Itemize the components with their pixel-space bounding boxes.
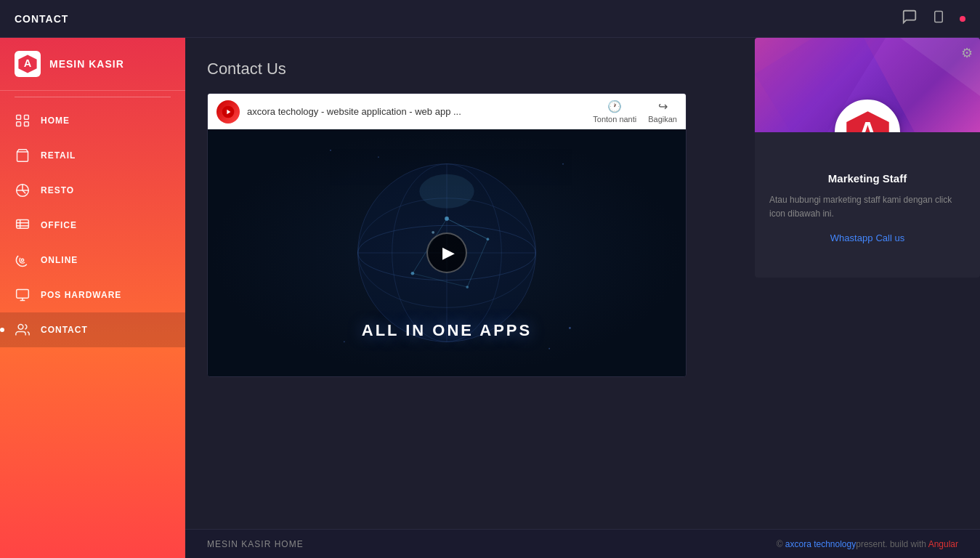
sidebar-item-label: RESTO <box>41 185 74 195</box>
card-header-bg: ⚙ A <box>755 38 980 132</box>
svg-text:A: A <box>858 117 877 132</box>
content-area: Contact Us axcora techology - <box>185 38 755 529</box>
svg-point-23 <box>562 163 564 165</box>
footer-middle: present. build with <box>856 539 928 549</box>
sidebar-item-retail[interactable]: RETAIL <box>0 138 185 173</box>
sidebar-item-home[interactable]: HOME <box>0 103 185 138</box>
sidebar-item-label: RETAIL <box>41 150 76 161</box>
avatar-container: A <box>835 100 900 132</box>
footer-right: © axcora technologypresent. build with A… <box>777 539 958 549</box>
svg-rect-4 <box>17 116 21 120</box>
page-title: Contact Us <box>207 60 733 78</box>
marketing-card: ⚙ A Marketing <box>755 38 980 278</box>
sidebar-item-label: CONTACT <box>41 325 88 335</box>
tablet-icon[interactable] <box>932 9 945 28</box>
play-button[interactable]: ▶ <box>426 232 467 273</box>
pos-icon <box>15 287 31 303</box>
staff-description: Atau hubungi marketing staff kami dengan… <box>769 193 965 221</box>
svg-point-19 <box>18 325 23 330</box>
sidebar-item-label: HOME <box>41 116 70 126</box>
sidebar-item-contact[interactable]: CONTACT <box>0 312 185 347</box>
play-icon: ▶ <box>442 243 455 262</box>
sidebar: A MESIN KASIR HOME <box>0 38 185 558</box>
staff-name: Marketing Staff <box>769 172 965 185</box>
card-body: Marketing Staff Atau hubungi marketing s… <box>755 132 980 258</box>
sidebar-divider <box>15 97 171 97</box>
brand-logo: A <box>15 51 41 77</box>
video-body: ALL IN ONE APPS ▶ <box>208 129 686 376</box>
svg-rect-11 <box>17 220 29 229</box>
right-panel: ⚙ A Marketing <box>755 38 980 529</box>
sidebar-item-office[interactable]: OFFICE <box>0 208 185 243</box>
share-label: Bagikan <box>648 115 677 124</box>
main-layout: A MESIN KASIR HOME <box>0 38 980 558</box>
svg-point-44 <box>419 174 474 209</box>
retail-icon <box>15 147 31 163</box>
svg-rect-7 <box>25 122 29 126</box>
svg-point-37 <box>411 272 415 275</box>
callus-link[interactable]: Call us <box>875 232 904 243</box>
sidebar-brand: A MESIN KASIR <box>0 38 185 91</box>
svg-point-24 <box>344 341 345 342</box>
footer-company[interactable]: axcora technology <box>785 539 856 549</box>
svg-point-39 <box>432 231 434 234</box>
home-icon <box>15 113 31 129</box>
footer-copyright: © <box>777 539 785 549</box>
settings-icon[interactable]: ⚙ <box>961 45 973 61</box>
whatsapp-link[interactable]: Whastapp <box>830 232 873 243</box>
sidebar-item-online[interactable]: ONLINE <box>0 243 185 278</box>
sidebar-item-label: ONLINE <box>41 255 78 265</box>
topbar-title: CONTACT <box>15 13 68 25</box>
online-icon <box>15 252 31 268</box>
svg-point-35 <box>445 217 449 221</box>
video-thumbnail <box>216 100 240 124</box>
contact-links: Whastapp Call us <box>769 232 965 243</box>
contact-icon <box>15 322 31 338</box>
video-container: axcora techology - website application -… <box>207 93 687 377</box>
brand-name: MESIN KASIR <box>49 58 124 70</box>
chat-icon[interactable] <box>902 9 918 28</box>
clock-icon: 🕐 <box>607 100 622 113</box>
svg-point-15 <box>21 259 23 261</box>
footer-left: MESIN KASIR HOME <box>207 539 304 549</box>
topbar: CONTACT <box>0 0 980 38</box>
sidebar-nav: HOME RETAIL <box>0 103 185 543</box>
watch-later-label: Tonton nanti <box>593 115 636 124</box>
footer: MESIN KASIR HOME © axcora technologypres… <box>185 529 980 558</box>
svg-rect-5 <box>25 116 29 120</box>
sidebar-item-resto[interactable]: RESTO <box>0 173 185 208</box>
svg-rect-6 <box>17 122 21 126</box>
topbar-icons <box>902 9 965 28</box>
svg-point-27 <box>548 348 550 349</box>
svg-point-22 <box>330 150 331 151</box>
notification-dot <box>960 16 965 22</box>
watch-later-button[interactable]: 🕐 Tonton nanti <box>593 100 636 124</box>
video-title: axcora techology - website application -… <box>247 106 461 117</box>
svg-point-26 <box>378 156 379 158</box>
sidebar-item-label: POS HARDWARE <box>41 290 121 300</box>
video-overlay-text: ALL IN ONE APPS <box>208 321 686 340</box>
avatar: A <box>835 100 900 132</box>
share-icon: ↪ <box>658 100 668 113</box>
resto-icon <box>15 182 31 198</box>
video-header: axcora techology - website application -… <box>208 94 686 129</box>
share-button[interactable]: ↪ Bagikan <box>648 100 677 124</box>
video-background: ALL IN ONE APPS ▶ <box>208 129 686 376</box>
office-icon <box>15 217 31 233</box>
svg-text:A: A <box>24 57 32 69</box>
sidebar-item-pos-hardware[interactable]: POS HARDWARE <box>0 278 185 312</box>
sidebar-item-label: OFFICE <box>41 220 77 230</box>
svg-rect-16 <box>17 290 29 299</box>
footer-framework[interactable]: Angular <box>928 539 958 549</box>
